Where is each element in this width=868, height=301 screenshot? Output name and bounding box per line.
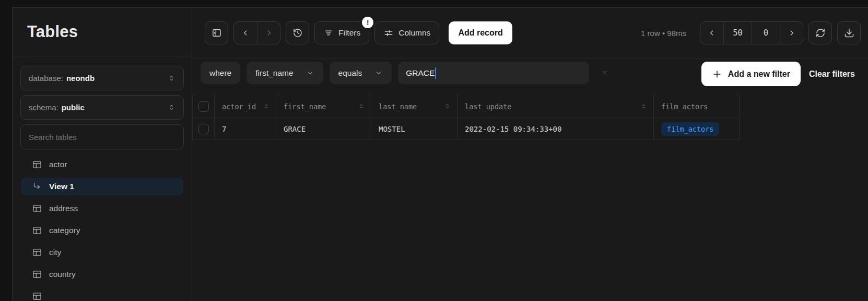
filter-column-value: first_name xyxy=(255,68,293,78)
filter-operator-value: equals xyxy=(338,68,362,78)
sidebar-header: Tables xyxy=(13,8,192,56)
row-checkbox-cell xyxy=(193,118,215,140)
table-cell-relation: film_actors xyxy=(654,118,740,140)
table-row: 7GRACEMOSTEL2022-02-15 09:34:33+00film_a… xyxy=(193,118,740,140)
sidebar-body: database: neondb schema: public actorVie… xyxy=(13,56,192,301)
search-tables-input[interactable] xyxy=(29,133,175,142)
column-header-first_name[interactable]: first_name xyxy=(276,95,371,118)
filter-operator-select[interactable]: equals xyxy=(330,62,392,84)
close-icon xyxy=(601,70,608,76)
table-cell[interactable]: 2022-02-15 09:34:33+00 xyxy=(458,118,654,140)
sidebar: Tables database: neondb schema: public a… xyxy=(13,8,192,301)
schema-select[interactable]: schema: public xyxy=(20,95,184,120)
chevron-right-icon xyxy=(265,29,273,37)
sliders-icon xyxy=(383,28,394,38)
table-icon xyxy=(32,159,42,170)
sidebar-item-label: actor xyxy=(49,160,67,169)
sidebar-item-country[interactable]: country xyxy=(21,265,183,283)
table-cell[interactable]: 7 xyxy=(215,118,276,140)
chevrons-up-down-icon xyxy=(168,103,175,111)
table-header-row: actor_idfirst_namelast_namelast_updatefi… xyxy=(193,95,740,118)
page-next-button[interactable] xyxy=(780,22,803,44)
chevrons-up-down-icon xyxy=(263,103,269,110)
chevrons-up-down-icon xyxy=(444,103,451,110)
clear-filters-button[interactable]: Clear filters xyxy=(807,62,857,86)
database-select-label: database: xyxy=(29,74,63,83)
filter-icon xyxy=(323,28,334,38)
filter-value-input[interactable]: GRACE xyxy=(398,62,589,84)
table-cell[interactable]: MOSTEL xyxy=(371,118,458,140)
sidebar-item-city[interactable]: city xyxy=(21,244,183,261)
database-select[interactable]: database: neondb xyxy=(20,66,184,90)
column-header-actor_id[interactable]: actor_id xyxy=(215,95,276,118)
column-header-last_update[interactable]: last_update xyxy=(458,95,654,118)
text-caret xyxy=(435,67,436,79)
sidebar-item-table[interactable] xyxy=(21,287,183,301)
table-icon xyxy=(32,247,42,258)
select-all-checkbox[interactable] xyxy=(198,101,209,112)
chevrons-up-down-icon xyxy=(358,103,365,110)
page-offset-field[interactable]: 0 xyxy=(752,22,780,44)
main-area: Filters ! Columns Add record 1 row • 98m… xyxy=(192,8,868,301)
records-table: actor_idfirst_namelast_namelast_updatefi… xyxy=(192,95,740,140)
page-title: Tables xyxy=(27,22,78,41)
row-checkbox[interactable] xyxy=(198,124,209,134)
column-name: first_name xyxy=(284,102,326,111)
history-icon xyxy=(292,28,303,38)
sidebar-item-view-1[interactable]: View 1 xyxy=(21,178,183,195)
chevron-right-icon xyxy=(788,29,796,37)
data-grid: actor_idfirst_namelast_namelast_updatefi… xyxy=(192,95,868,301)
table-cell[interactable]: GRACE xyxy=(276,118,371,140)
pagination-group: 50 0 xyxy=(700,21,803,44)
where-label-chip: where xyxy=(201,62,240,84)
filter-bar: where first_name equals GRACE xyxy=(192,59,868,95)
history-button[interactable] xyxy=(286,21,309,44)
column-name: actor_id xyxy=(222,102,256,111)
toggle-sidebar-button[interactable] xyxy=(205,21,228,44)
chevron-left-icon xyxy=(241,29,250,37)
sidebar-item-actor[interactable]: actor xyxy=(21,156,183,173)
sidebar-item-label: city xyxy=(49,248,61,257)
film-actors-relation-link[interactable]: film_actors xyxy=(661,122,719,136)
stage: Tables database: neondb schema: public a… xyxy=(0,0,868,301)
filters-alert-badge: ! xyxy=(362,17,373,28)
back-button[interactable] xyxy=(234,22,257,44)
search-tables-box xyxy=(20,124,184,149)
sidebar-item-category[interactable]: category xyxy=(21,222,183,239)
sidebar-item-label: country xyxy=(49,270,76,279)
page-size-field[interactable]: 50 xyxy=(723,22,752,44)
export-button[interactable] xyxy=(837,21,861,44)
corner-down-right-icon xyxy=(32,181,42,192)
table-icon xyxy=(32,291,42,301)
filters-button[interactable]: Filters ! xyxy=(314,21,369,44)
add-new-filter-button[interactable]: Add a new filter xyxy=(701,62,801,86)
column-header-last_name[interactable]: last_name xyxy=(371,95,458,118)
page-prev-button[interactable] xyxy=(700,22,723,44)
column-header-film_actors[interactable]: film_actors xyxy=(654,95,740,118)
refresh-button[interactable] xyxy=(808,21,832,44)
chevron-down-icon xyxy=(374,69,383,77)
columns-button[interactable]: Columns xyxy=(374,21,439,44)
add-record-button[interactable]: Add record xyxy=(449,21,512,44)
chevrons-up-down-icon xyxy=(168,74,175,82)
filter-value-text: GRACE xyxy=(406,68,435,78)
column-name: last_name xyxy=(379,102,417,111)
sidebar-item-label: address xyxy=(49,204,78,213)
sidebar-item-address[interactable]: address xyxy=(21,200,183,217)
schema-select-value: public xyxy=(62,103,85,112)
table-icon xyxy=(32,269,42,280)
forward-button[interactable] xyxy=(257,22,280,44)
refresh-icon xyxy=(815,28,826,38)
header-checkbox-cell xyxy=(193,95,215,118)
toolbar: Filters ! Columns Add record 1 row • 98m… xyxy=(192,8,868,59)
columns-button-label: Columns xyxy=(398,28,430,38)
query-status-text: 1 row • 98ms xyxy=(641,29,686,38)
plus-icon xyxy=(712,69,722,79)
sidebar-item-label: category xyxy=(49,226,80,235)
chevron-down-icon xyxy=(306,69,314,77)
filter-column-select[interactable]: first_name xyxy=(247,62,323,84)
remove-filter-button[interactable] xyxy=(595,62,613,84)
filters-button-label: Filters xyxy=(338,28,360,38)
table-icon xyxy=(32,203,42,214)
download-icon xyxy=(844,28,854,38)
